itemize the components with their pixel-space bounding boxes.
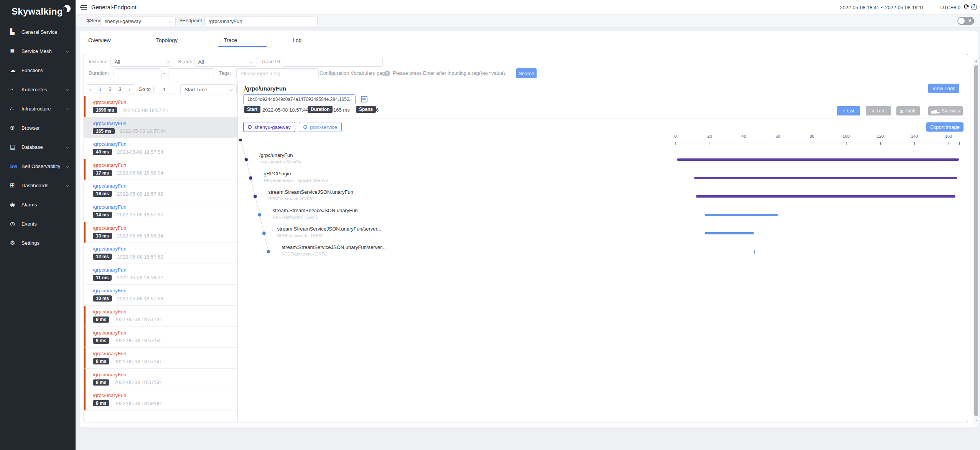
trace-list-item[interactable]: /grpc/unaryFun17 ms2022-05-08 18:58:04: [84, 159, 237, 180]
service-color-ring: [303, 125, 307, 129]
service-chip-shenyu-gateway[interactable]: shenyu-gateway: [243, 122, 295, 132]
trace-meta: 12 ms2022-05-08 18:57:52: [93, 254, 234, 260]
chevron-down-icon: [66, 145, 69, 148]
sort-select[interactable]: Start Time: [180, 84, 237, 94]
sidebar-item-browser[interactable]: ⊕Browser: [0, 118, 76, 137]
service-chip-grpc-service[interactable]: grpc-service: [299, 122, 342, 132]
sidebar-item-infrastructure[interactable]: ∴Infrastructure: [0, 99, 76, 118]
service-select[interactable]: shenyu-gateway: [100, 16, 176, 26]
clock-icon: ◷: [10, 220, 21, 227]
scrollbar-thumb[interactable]: [974, 65, 978, 416]
trace-list-item[interactable]: /grpc/unaryFun8 ms2022-05-08 18:57:50: [84, 348, 237, 369]
page-button-2[interactable]: 2: [109, 86, 111, 92]
sidebar-nav: ▙General Service≣Service Mesh☁Functions◔…: [0, 22, 76, 252]
status-select[interactable]: All: [194, 57, 257, 67]
tag-enter-hint: Please press Enter after inputting a tag…: [393, 70, 506, 76]
duration-min-input[interactable]: [114, 68, 161, 78]
page-button-1[interactable]: 1: [99, 86, 102, 92]
sidebar-item-kubernetes[interactable]: ◔Kubernetes: [0, 80, 76, 99]
tab-topology[interactable]: Topology: [156, 37, 178, 43]
service-select-value: shenyu-gateway: [101, 16, 175, 24]
refresh-icon[interactable]: ⟳: [964, 3, 969, 11]
menu-fold-icon[interactable]: [81, 5, 87, 10]
sidebar-item-self-observability[interactable]: SwSelf Observability: [0, 157, 76, 176]
endpoint-input[interactable]: [204, 16, 318, 26]
sidebar-item-general-service[interactable]: ▙General Service: [0, 22, 76, 41]
trace-duration-badge: 13 ms: [93, 233, 112, 239]
cloud-icon: ☁: [10, 67, 21, 74]
sidebar-item-database[interactable]: ▤Database: [0, 137, 76, 157]
sidebar-item-alarms[interactable]: ◉Alarms: [0, 195, 76, 214]
search-button[interactable]: Search: [516, 68, 537, 78]
trace-endpoint-name: /grpc/unaryFun: [93, 288, 234, 293]
trace-duration-badge: 8 ms: [93, 379, 109, 386]
toggle-label: V: [968, 18, 971, 23]
sidebar-item-events[interactable]: ◷Events: [0, 214, 76, 233]
chevron-down-icon: [66, 165, 69, 168]
layers-icon: ≣: [10, 48, 21, 54]
trace-endpoint-name: /grpc/unaryFun: [93, 99, 234, 105]
prev-page-button[interactable]: ‹: [90, 86, 92, 92]
sidebar-item-service-mesh[interactable]: ≣Service Mesh: [0, 41, 76, 61]
logo-moon-icon: [63, 5, 71, 12]
trace-list-item[interactable]: /grpc/unaryFun8 ms2022-05-08 18:58:00: [84, 389, 237, 410]
alert-circle-icon: ◉: [10, 201, 21, 208]
bar-chart-icon: ▙: [10, 28, 21, 35]
sidebar-item-label: Alarms: [21, 202, 37, 208]
pie-icon: ◔: [10, 86, 21, 93]
table-view-button[interactable]: ▦Table: [896, 106, 920, 115]
trace-list-item[interactable]: /grpc/unaryFun165 ms2022-05-08 18:57:44: [84, 117, 237, 138]
page-button-3[interactable]: 3: [119, 86, 121, 92]
trace-list-item[interactable]: /grpc/unaryFun11 ms2022-05-08 18:58:02: [84, 264, 237, 285]
tree-view-button[interactable]: ⋔Tree: [866, 106, 891, 115]
trace-list-item[interactable]: /grpc/unaryFun8 ms2022-05-08 18:57:50: [84, 369, 237, 390]
tab-log[interactable]: Log: [293, 37, 301, 43]
trace-endpoint-name: /grpc/unaryFun: [93, 372, 234, 377]
trace-list-item[interactable]: /grpc/unaryFun9 ms2022-05-08 18:57:46: [84, 306, 237, 327]
next-page-button[interactable]: ›: [128, 86, 130, 92]
duration-separator: -: [163, 70, 165, 76]
tab-trace[interactable]: Trace: [224, 37, 237, 43]
list-view-button[interactable]: ≡List: [837, 106, 860, 115]
page-title: General-Endpoint: [91, 4, 137, 10]
copy-trace-id-icon[interactable]: [361, 96, 367, 102]
trace-list-item[interactable]: /grpc/unaryFun14 ms2022-05-08 18:57:57: [84, 201, 237, 222]
trace-list-item[interactable]: /grpc/unaryFun1696 ms2022-05-08 18:57:41: [84, 96, 237, 117]
utc-offset[interactable]: UTC+8:0: [940, 5, 960, 10]
time-range[interactable]: 2022-05-08 18:41 ~ 2022-05-08 19:11: [840, 5, 924, 10]
grid-plus-icon: ⊞: [10, 182, 21, 189]
endpoint-var-label: $Endpoint: [180, 18, 202, 23]
tab-overview[interactable]: Overview: [88, 37, 110, 43]
statistics-view-button[interactable]: ▄▆▂Statistics: [928, 106, 963, 115]
scrollbar-up-arrow[interactable]: ▲: [973, 59, 979, 62]
view-logs-button[interactable]: View Logs: [928, 84, 959, 93]
trace-duration-badge: 165 ms: [93, 128, 115, 134]
help-icon[interactable]: ?: [384, 71, 390, 76]
sidebar-item-dashboards[interactable]: ⊞Dashboards: [0, 176, 76, 195]
info-icon[interactable]: i: [971, 4, 977, 10]
trace-list-item[interactable]: /grpc/unaryFun16 ms2022-05-08 18:57:48: [84, 180, 237, 201]
sidebar-item-settings[interactable]: ⚙Settings: [0, 233, 76, 252]
trace-list-item[interactable]: /grpc/unaryFun10 ms2022-05-08 18:57:58: [84, 285, 237, 306]
chevron-down-icon: [66, 88, 69, 91]
trace-start-time: 2022-05-08 18:57:57: [117, 212, 163, 218]
trace-list-item[interactable]: /grpc/unaryFun13 ms2022-05-08 18:58:14: [84, 222, 237, 243]
sidebar-item-label: Functions: [21, 68, 43, 73]
duration-max-input[interactable]: [168, 68, 214, 78]
vocabulary-link[interactable]: Configuration Vocabulary page: [320, 70, 388, 76]
trace-id-input[interactable]: [282, 57, 383, 67]
trace-list: /grpc/unaryFun1696 ms2022-05-08 18:57:41…: [84, 96, 237, 410]
view-mode-label: Table: [905, 108, 916, 114]
export-image-button[interactable]: Export image: [926, 122, 964, 132]
goto-page-input[interactable]: [153, 85, 175, 94]
tags-input[interactable]: [236, 68, 319, 78]
trace-list-item[interactable]: /grpc/unaryFun12 ms2022-05-08 18:57:52: [84, 243, 237, 264]
trace-list-item[interactable]: /grpc/unaryFun9 ms2022-05-08 18:57:54: [84, 327, 237, 348]
instance-select[interactable]: All: [110, 57, 173, 67]
trace-id-select[interactable]: 1bc04d9244d349c0a74a14709349584e.294.165…: [243, 94, 356, 104]
duration-value: 165 ms: [333, 107, 350, 113]
scrollbar-down-arrow[interactable]: ▼: [973, 419, 979, 422]
version-toggle[interactable]: V: [957, 17, 974, 25]
sidebar-item-functions[interactable]: ☁Functions: [0, 61, 76, 80]
trace-list-item[interactable]: /grpc/unaryFun40 ms2022-05-08 18:57:54: [84, 138, 237, 159]
